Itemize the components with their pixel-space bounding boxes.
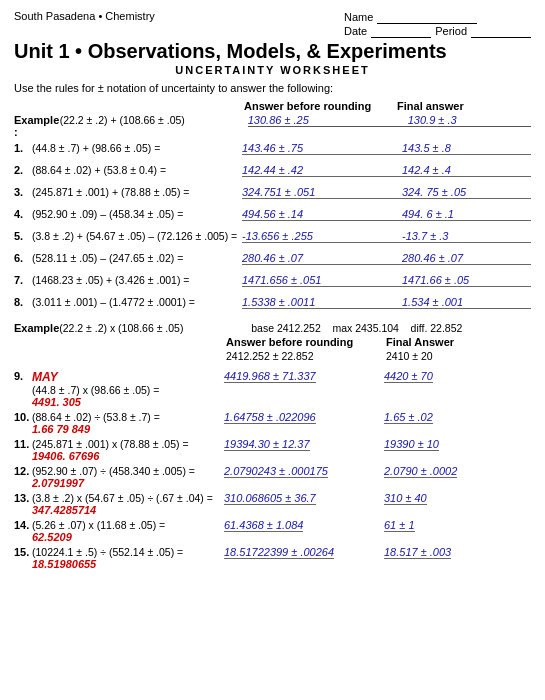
problem-expr-8: (3.011 ± .001) – (1.4772 ± .0001) = [32,296,242,308]
problem-expr-col-14: (5.26 ± .07) x (11.68 ± .05) = 62.5209 [32,519,224,543]
problem-final-7: 1471.66 ± .05 [402,274,531,287]
problem-row-3: 3. (245.871 ± .001) + (78.88 ± .05) = 32… [14,186,531,204]
problem-before-6: 280.46 ± .07 [242,252,402,265]
problem-row-12: 12. (952.90 ± .07) ÷ (458.340 ± .005) = … [14,465,531,489]
problem-expr-3: (245.871 ± .001) + (78.88 ± .05) = [32,186,242,198]
problem-row-6: 6. (528.11 ± .05) – (247.65 ± .02) = 280… [14,252,531,270]
col-headers2: Answer before rounding Final Answer [226,336,531,348]
problem-final-13: 310 ± 40 [384,492,427,505]
problem-before-4: 494.56 ± .14 [242,208,402,221]
instructions: Use the rules for ± notation of uncertai… [14,82,531,94]
problem-expr-10: (88.64 ± .02) ÷ (53.8 ± .7) = [32,411,224,423]
problem-before-7: 1471.656 ± .051 [242,274,402,287]
example1-expr: (22.2 ± .2) + (108.66 ± .05) [60,114,248,126]
problem-red-12: 2.0791997 [32,477,224,489]
problem-expr-col-15: (10224.1 ± .5) ÷ (552.14 ± .05) = 18.519… [32,546,224,570]
example1-before: 130.86 ± .25 [248,114,408,127]
problem-num-4: 4. [14,208,32,220]
problem-final-14: 61 ± 1 [384,519,415,532]
period-field[interactable] [471,24,531,38]
problem-row-10: 10. (88.64 ± .02) ÷ (53.8 ± .7) = 1.66 7… [14,411,531,435]
problem-num-5: 5. [14,230,32,242]
problem-final-1: 143.5 ± .8 [402,142,531,155]
name-field[interactable] [377,10,477,24]
problem-expr-9: (44.8 ± .7) x (98.66 ± .05) = [32,384,224,396]
problem-final-11: 19390 ± 10 [384,438,439,451]
may-label: MAY [32,370,224,384]
name-label: Name [344,11,373,23]
final-answer-header: Final answer [397,100,531,112]
problem-before-5: -13.656 ± .255 [242,230,402,243]
problem-before-col-15: 18.51722399 ± .00264 [224,546,384,558]
problem-row-11: 11. (245.871 ± .001) x (78.88 ± .05) = 1… [14,438,531,462]
problem-row-2: 2. (88.64 ± .02) + (53.8 ± 0.4) = 142.44… [14,164,531,182]
problem-final-5: -13.7 ± .3 [402,230,531,243]
problem-before-col-13: 310.068605 ± 36.7 [224,492,384,504]
problem-num-13: 13. [14,492,32,504]
problem-final-col-9: 4420 ± 70 [384,370,433,382]
problem-num-9: 9. [14,370,32,382]
problem-expr-12: (952.90 ± .07) ÷ (458.340 ± .005) = [32,465,224,477]
unit-title: Unit 1 • Observations, Models, & Experim… [14,40,531,63]
problem-final-8: 1.534 ± .001 [402,296,531,309]
problems-section: 1. (44.8 ± .7) + (98.66 ± .05) = 143.46 … [14,142,531,314]
problem-expr-7: (1468.23 ± .05) + (3.426 ± .001) = [32,274,242,286]
problem-num-6: 6. [14,252,32,264]
problem-num-12: 12. [14,465,32,477]
problem-row-5: 5. (3.8 ± .2) + (54.67 ± .05) – (72.126 … [14,230,531,248]
problem-final-9: 4420 ± 70 [384,370,433,383]
example2-final-vals: 2410 ± 20 [386,350,433,362]
problem-num-2: 2. [14,164,32,176]
problem-num-11: 11. [14,438,32,450]
problem-final-4: 494. 6 ± .1 [402,208,531,221]
problem-num-8: 8. [14,296,32,308]
example2-info: base 2412.252 max 2435.104 diff. 22.852 [251,322,462,334]
header-top: South Pasadena • Chemistry Name Date Per… [14,10,531,38]
problem-before-col-10: 1.64758 ± .022096 [224,411,384,423]
example2-before-vals: 2412.252 ± 22.852 [226,350,386,362]
example2-answers: 2412.252 ± 22.852 2410 ± 20 [226,350,531,362]
problem-before-col-12: 2.0790243 ± .000175 [224,465,384,477]
final-answer-header2: Final Answer [386,336,454,348]
problem-before-col-9: 4419.968 ± 71.337 [224,370,384,382]
example2-label: Example [14,322,59,334]
problem-before-10: 1.64758 ± .022096 [224,411,316,424]
problem-row-13: 13. (3.8 ± .2) x (54.67 ± .05) ÷ (.67 ± … [14,492,531,516]
problem-before-13: 310.068605 ± 36.7 [224,492,316,505]
problem-before-11: 19394.30 ± 12.37 [224,438,310,451]
problem-expr-1: (44.8 ± .7) + (98.66 ± .05) = [32,142,242,154]
example1-final: 130.9 ± .3 [408,114,531,127]
problem-row-7: 7. (1468.23 ± .05) + (3.426 ± .001) = 14… [14,274,531,292]
problem-num-3: 3. [14,186,32,198]
problem-expr-2: (88.64 ± .02) + (53.8 ± 0.4) = [32,164,242,176]
problem-final-col-12: 2.0790 ± .0002 [384,465,457,477]
school-name: South Pasadena • Chemistry [14,10,155,22]
example1-label: Example : [14,114,60,138]
problem-row-4: 4. (952.90 ± .09) – (458.34 ± .05) = 494… [14,208,531,226]
problem-red-13: 347.4285714 [32,504,224,516]
problem-expr-col-12: (952.90 ± .07) ÷ (458.340 ± .005) = 2.07… [32,465,224,489]
problem-red-9: 4491. 305 [32,396,224,408]
problem-expr-col-9: MAY (44.8 ± .7) x (98.66 ± .05) = 4491. … [32,370,224,408]
problem-before-2: 142.44 ± .42 [242,164,402,177]
problem-final-15: 18.517 ± .003 [384,546,451,559]
problem-final-2: 142.4 ± .4 [402,164,531,177]
example1-row: Example : (22.2 ± .2) + (108.66 ± .05) 1… [14,114,531,138]
problem-expr-6: (528.11 ± .05) – (247.65 ± .02) = [32,252,242,264]
example2-row: Example (22.2 ± .2) x (108.66 ± .05) bas… [14,322,531,334]
period-label: Period [435,25,467,37]
problem-expr-11: (245.871 ± .001) x (78.88 ± .05) = [32,438,224,450]
problem-final-10: 1.65 ± .02 [384,411,433,424]
date-field[interactable] [371,24,431,38]
worksheet-title: UNCERTAINTY WORKSHEET [14,64,531,76]
problem-row-9: 9. MAY (44.8 ± .7) x (98.66 ± .05) = 449… [14,370,531,408]
before-rounding-header2: Answer before rounding [226,336,386,348]
problem-final-col-13: 310 ± 40 [384,492,427,504]
problem-expr-14: (5.26 ± .07) x (11.68 ± .05) = [32,519,224,531]
problem-before-9: 4419.968 ± 71.337 [224,370,316,383]
problem-expr-13: (3.8 ± .2) x (54.67 ± .05) ÷ (.67 ± .04)… [32,492,224,504]
problem-expr-col-13: (3.8 ± .2) x (54.67 ± .05) ÷ (.67 ± .04)… [32,492,224,516]
problem-before-8: 1.5338 ± .0011 [242,296,402,309]
problems2-section: 9. MAY (44.8 ± .7) x (98.66 ± .05) = 449… [14,370,531,570]
problem-before-1: 143.46 ± .75 [242,142,402,155]
